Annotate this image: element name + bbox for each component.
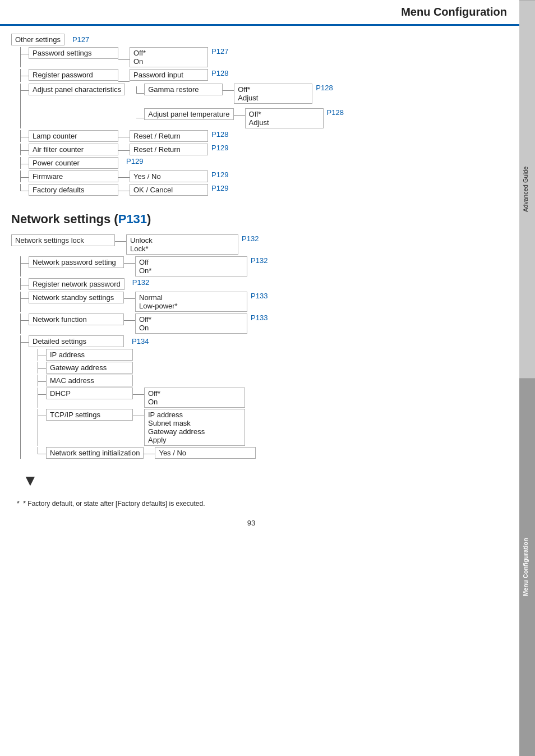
dhcp-label: DHCP xyxy=(46,388,133,399)
register-network-password-label: Register network password xyxy=(29,278,124,290)
factory-defaults-ref: P129 xyxy=(208,184,228,192)
dhcp-options: Off* On xyxy=(144,388,245,408)
detailed-settings-ref: P134 xyxy=(128,337,149,345)
option-reset-return-2: Reset / Return xyxy=(133,145,204,154)
option-off-star-dhcp: Off* xyxy=(148,389,241,398)
main-content: Other settings P127 Password settings Of… xyxy=(0,26,519,544)
network-settings-lock-label: Network settings lock xyxy=(11,234,115,246)
firmware-options: Yes / No xyxy=(130,170,208,182)
option-yes-no-1: Yes / No xyxy=(133,172,204,181)
password-settings-label: Password settings xyxy=(29,47,118,59)
network-setting-initialization-label: Network setting initialization xyxy=(46,447,144,459)
password-settings-ref: P127 xyxy=(208,47,228,56)
option-off: Off xyxy=(139,258,243,266)
option-on-nf: On xyxy=(139,324,243,332)
option-off-star: Off* xyxy=(133,49,204,57)
option-ip-address-tcpip: IP address xyxy=(148,411,241,419)
network-password-setting-options: Off On* xyxy=(135,256,247,276)
register-password-label: Register password xyxy=(29,69,118,81)
option-subnet-mask: Subnet mask xyxy=(148,419,241,427)
network-standby-settings-ref: P133 xyxy=(247,292,268,300)
option-password-input: Password input xyxy=(133,71,204,79)
register-password-options: Password input xyxy=(130,69,208,81)
network-standby-settings-options: Normal Low-power* xyxy=(135,292,247,312)
option-on: On xyxy=(133,57,204,66)
bottom-arrow: ▼ xyxy=(22,472,38,490)
footer-note: * * Factory default, or state after [Fac… xyxy=(11,500,491,508)
air-filter-counter-label: Air filter counter xyxy=(29,144,118,155)
mac-address-label: MAC address xyxy=(46,375,133,386)
register-password-ref: P128 xyxy=(208,69,228,77)
option-on-dhcp: On xyxy=(148,398,241,406)
network-password-setting-label: Network password setting xyxy=(29,256,124,268)
option-off-star-3: Off* xyxy=(249,110,320,118)
detailed-settings-label: Detailed settings xyxy=(29,335,124,347)
network-settings-lock-ref: P132 xyxy=(238,234,259,243)
network-password-setting-ref: P132 xyxy=(247,256,268,265)
network-settings-label-part1: Network settings ( xyxy=(11,212,118,226)
lamp-counter-options: Reset / Return xyxy=(130,130,208,142)
gateway-address-label: Gateway address xyxy=(46,362,133,374)
network-settings-heading: Network settings (P131) xyxy=(11,212,151,226)
network-standby-settings-label: Network standby settings xyxy=(29,292,124,303)
firmware-ref: P129 xyxy=(208,170,228,179)
adjust-panel-temp-ref: P128 xyxy=(324,108,344,117)
lamp-counter-label: Lamp counter xyxy=(29,130,118,142)
option-on-star: On* xyxy=(139,266,243,275)
page-title: Menu Configuration xyxy=(401,6,507,18)
gamma-restore-options: Off* Adjust xyxy=(234,84,312,104)
option-low-power-star: Low-power* xyxy=(139,302,243,310)
option-lock-star: Lock* xyxy=(130,245,234,253)
tcpip-settings-label: TCP/IP settings xyxy=(46,409,133,421)
option-normal: Normal xyxy=(139,293,243,302)
other-settings-section: Other settings P127 Password settings Of… xyxy=(11,31,491,200)
side-tab-advanced-guide[interactable]: Advanced Guide xyxy=(519,0,535,378)
gamma-restore-label: Gamma restore xyxy=(144,84,223,95)
network-settings-section: Network settings lock Unlock Lock* P132 … xyxy=(11,232,491,463)
option-off-star-nf: Off* xyxy=(139,315,243,324)
ip-address-label: IP address xyxy=(46,349,133,361)
gamma-restore-ref: P128 xyxy=(312,84,333,92)
password-settings-options: Off* On xyxy=(130,47,208,67)
air-filter-counter-ref: P129 xyxy=(208,144,228,152)
option-adjust-1: Adjust xyxy=(238,94,308,102)
network-function-options: Off* On xyxy=(135,314,247,334)
side-tab-menu-configuration[interactable]: Menu Configuration xyxy=(519,378,535,756)
page-number: 93 xyxy=(11,519,491,527)
firmware-label: Firmware xyxy=(29,170,118,182)
network-settings-label-end: ) xyxy=(147,212,151,226)
network-settings-lock-options: Unlock Lock* xyxy=(126,234,238,255)
option-apply: Apply xyxy=(148,436,241,444)
factory-defaults-label: Factory defaults xyxy=(29,184,118,196)
option-yes-no-network: Yes / No xyxy=(159,449,252,457)
network-setting-initialization-options: Yes / No xyxy=(155,447,256,459)
network-function-ref: P133 xyxy=(247,314,268,322)
tcpip-settings-options: IP address Subnet mask Gateway address A… xyxy=(144,409,245,446)
footer-note-text: * Factory default, or state after [Facto… xyxy=(23,500,205,508)
option-off-star-2: Off* xyxy=(238,85,308,94)
network-settings-heading-ref: P131 xyxy=(118,212,147,226)
other-settings-ref: P127 xyxy=(69,35,89,44)
adjust-panel-char-label: Adjust panel characteristics xyxy=(29,84,125,95)
option-adjust-2: Adjust xyxy=(249,118,320,127)
option-ok-cancel: OK / Cancel xyxy=(133,186,204,194)
power-counter-ref: P129 xyxy=(123,157,143,165)
factory-defaults-options: OK / Cancel xyxy=(130,184,208,196)
side-tabs: Advanced Guide Menu Configuration xyxy=(519,0,535,756)
adjust-panel-temp-label: Adjust panel temperature xyxy=(144,108,233,120)
adjust-panel-temp-options: Off* Adjust xyxy=(245,108,324,128)
page-header: Menu Configuration xyxy=(0,0,535,26)
option-reset-return-1: Reset / Return xyxy=(133,132,204,140)
option-gateway-address-tcpip: Gateway address xyxy=(148,427,241,436)
lamp-counter-ref: P128 xyxy=(208,130,228,139)
power-counter-label: Power counter xyxy=(29,157,118,169)
network-function-label: Network function xyxy=(29,314,124,325)
option-unlock: Unlock xyxy=(130,236,234,245)
other-settings-label: Other settings xyxy=(11,34,64,45)
asterisk-label: * xyxy=(17,500,20,508)
air-filter-counter-options: Reset / Return xyxy=(130,144,208,155)
register-network-password-ref: P132 xyxy=(129,278,149,287)
